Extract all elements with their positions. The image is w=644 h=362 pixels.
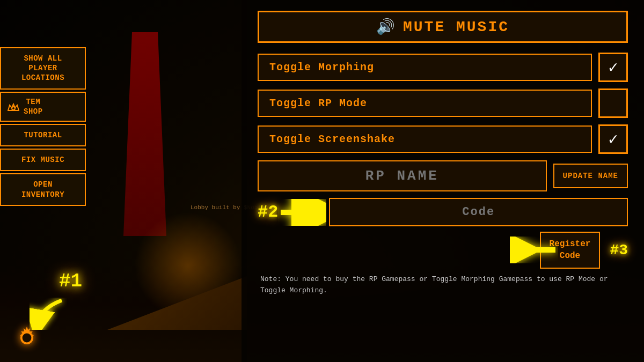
svg-point-3 (23, 334, 32, 343)
code-input[interactable] (329, 198, 628, 226)
toggle-rp-mode-button[interactable]: Toggle RP Mode (258, 90, 592, 117)
arrow3-icon (510, 237, 558, 263)
rp-name-row: UPDATE NAME (258, 160, 628, 191)
toggle-screenshake-button[interactable]: Toggle Screenshake (258, 125, 592, 153)
hash1-label: #1 (59, 270, 82, 292)
mute-music-button[interactable]: 🔊 MUTE MUSIC (258, 11, 628, 43)
toggle-morphing-button[interactable]: Toggle Morphing (258, 54, 592, 81)
tem-icon (8, 101, 19, 113)
toggle-screenshake-row: Toggle Screenshake (258, 124, 628, 154)
mute-music-label: MUTE MUSIC (403, 19, 509, 35)
tutorial-button[interactable]: Tutorial (0, 124, 86, 146)
arrow-down-left-icon (30, 298, 67, 330)
code-row: #2 (258, 198, 628, 226)
update-name-button[interactable]: UPDATE NAME (553, 164, 628, 188)
toggle-morphing-row: Toggle Morphing (258, 53, 628, 82)
toggle-screenshake-checkbox[interactable] (598, 124, 628, 154)
tem-shop-button[interactable]: TEMSHOP (0, 92, 86, 122)
svg-point-1 (12, 107, 15, 110)
hash3-label: #3 (610, 242, 628, 258)
rp-name-input[interactable] (258, 160, 547, 191)
fix-music-button[interactable]: Fix Music (0, 149, 86, 171)
toggle-rp-mode-row: Toggle RP Mode (258, 88, 628, 118)
toggle-rp-mode-checkbox[interactable] (598, 88, 628, 118)
gear-arrow-annotation (30, 298, 67, 333)
crown-icon (8, 101, 19, 113)
hash2-label: #2 (258, 202, 278, 222)
sidebar: Show AllPlayerLocations TEMSHOP Tutorial… (0, 47, 86, 206)
main-panel: 🔊 MUTE MUSIC Toggle Morphing Toggle RP M… (241, 0, 644, 362)
register-row: RegisterCode #3 (258, 232, 628, 269)
show-all-players-button[interactable]: Show AllPlayerLocations (0, 47, 86, 90)
note-text: Note: You need to buy the RP Gamepass or… (258, 274, 628, 297)
arrow2-icon (278, 199, 326, 226)
toggle-morphing-checkbox[interactable] (598, 53, 628, 82)
open-inventory-button[interactable]: OPENINVENTORY (0, 173, 86, 205)
tem-shop-label: TEMSHOP (24, 97, 43, 116)
speaker-icon: 🔊 (376, 18, 397, 36)
